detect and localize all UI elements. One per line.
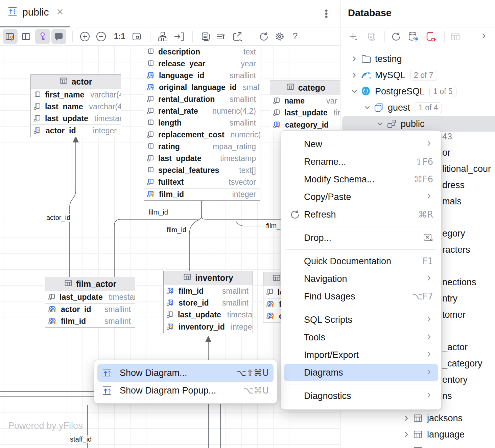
zoom-in-button[interactable] <box>77 29 92 44</box>
table-column-row[interactable]: last_namevarchar(45) <box>31 101 121 113</box>
jump-to-editor-button[interactable] <box>448 29 463 44</box>
table-column-row[interactable]: last_updatetimestamp <box>31 113 121 125</box>
diagram-settings-button[interactable] <box>272 29 287 44</box>
table-title: inventory <box>195 273 233 283</box>
col-idx-column-icon <box>273 97 281 106</box>
copy-diagram-button[interactable] <box>197 29 212 44</box>
column-name: film_id <box>179 287 204 296</box>
menu-item-modify-schema[interactable]: Modify Schema...⌘F6 <box>284 171 438 188</box>
editor-options-kebab-icon[interactable]: ••• <box>324 9 329 18</box>
export-diagram-button[interactable] <box>230 29 245 44</box>
show-ddl-button[interactable] <box>214 29 229 44</box>
table-header[interactable]: actor <box>31 75 121 89</box>
table-column-row[interactable]: category_id <box>270 119 340 131</box>
menu-item-sql-scripts[interactable]: SQL Scripts <box>284 311 438 329</box>
disconnect-button[interactable] <box>423 29 438 44</box>
table-column-row[interactable]: special_featurestext[] <box>144 164 260 176</box>
chevron-right-icon[interactable] <box>349 71 360 79</box>
menu-item-new[interactable]: New <box>284 135 438 153</box>
table-column-row[interactable]: rental_ratenumeric(4,2) <box>144 105 260 117</box>
table-column-row[interactable]: inventory_idinteger <box>164 321 253 333</box>
toggle-primary-keys-button[interactable] <box>3 29 18 44</box>
chevron-right-icon[interactable] <box>401 415 412 422</box>
table-column-row[interactable]: language_idsmallint <box>144 70 260 82</box>
table-column-row[interactable]: release_yearyear <box>144 58 260 70</box>
table-column-row[interactable]: namevar <box>270 95 340 107</box>
diagram-table-inventory[interactable]: inventoryfilm_idsmallintstore_idsmallint… <box>163 271 253 333</box>
menu-item-show-diagram[interactable]: Show Diagram...⌥⇧⌘U <box>97 364 274 382</box>
table-column-row[interactable]: last_updatetimestamp <box>144 153 260 164</box>
table-header[interactable]: inventory <box>164 271 253 285</box>
table-column-row[interactable]: last_updatetimestamp <box>45 291 135 303</box>
chevron-down-icon[interactable] <box>349 88 360 95</box>
menu-item-import-export[interactable]: Import/Export <box>284 346 438 364</box>
tree-item-mysql[interactable]: MySQL2 of 7 <box>340 67 495 83</box>
scroll-to-node-button[interactable] <box>171 29 186 44</box>
chevron-down-icon[interactable] <box>361 104 373 111</box>
refresh-button[interactable] <box>388 29 403 44</box>
column-name: last_update <box>284 108 328 117</box>
tree-item-guest[interactable]: guest1 of 4 <box>340 99 495 116</box>
diagram-table-actor[interactable]: actorfirst_namevarchar(45)last_namevarch… <box>30 74 121 137</box>
chevron-down-icon[interactable] <box>374 120 386 128</box>
zoom-out-button[interactable] <box>94 29 109 44</box>
table-column-row[interactable]: first_namevarchar(45) <box>31 89 121 101</box>
tab-close-icon[interactable]: ✕ <box>56 7 64 17</box>
apply-layout-button[interactable] <box>155 29 170 44</box>
datasource-properties-button[interactable] <box>406 29 421 44</box>
table-column-row[interactable]: actor_idinteger <box>31 125 121 137</box>
table-column-row[interactable]: last_updatetir <box>270 107 340 119</box>
tree-item-testing[interactable]: testing <box>340 51 495 67</box>
toggle-columns-button[interactable] <box>19 29 34 44</box>
panel-more-chevron-icon[interactable] <box>480 32 488 41</box>
diagram-table-film_actor[interactable]: film_actorlast_updatetimestampactor_idsm… <box>45 277 135 328</box>
menu-item-diagnostics[interactable]: Diagnostics <box>284 387 438 405</box>
tree-item-partial[interactable] <box>340 443 495 448</box>
schema-icon <box>386 118 397 129</box>
refresh-diagram-button[interactable] <box>256 29 271 44</box>
menu-item-drop[interactable]: Drop... <box>284 229 438 247</box>
tree-count-badge: 2 of 7 <box>410 70 437 81</box>
tree-item-language[interactable]: language <box>340 426 495 443</box>
tree-item-jacksons[interactable]: jacksons <box>340 410 495 426</box>
menu-item-quick-documentation[interactable]: Quick DocumentationF1 <box>284 252 438 270</box>
menu-item-refresh[interactable]: Refresh⌘R <box>284 206 438 223</box>
chevron-right-icon[interactable] <box>401 431 412 438</box>
toggle-comments-button[interactable] <box>51 29 66 44</box>
duplicate-button[interactable] <box>363 29 378 44</box>
menu-item-navigation[interactable]: Navigation <box>284 270 438 288</box>
menu-item-rename[interactable]: Rename...⇧F6 <box>284 153 438 171</box>
menu-item-tools[interactable]: Tools <box>284 329 438 346</box>
table-header[interactable]: catego <box>270 81 340 95</box>
diagram-table-catego[interactable]: categonamevarlast_updatetircategory_id <box>270 81 340 131</box>
table-column-row[interactable]: ratingmpaa_rating <box>144 141 260 153</box>
menu-item-diagrams[interactable]: Diagrams <box>284 364 438 381</box>
table-column-row[interactable]: original_language_idsmallint <box>144 82 260 93</box>
table-column-row[interactable]: rental_durationsmallint <box>144 93 260 105</box>
tree-item-public[interactable]: public <box>340 116 495 132</box>
actual-size-button[interactable]: 1:1 <box>114 32 125 41</box>
toggle-keys-button[interactable] <box>35 29 50 44</box>
table-column-row[interactable]: replacement_costnumeric(5,2) <box>144 129 260 141</box>
help-button[interactable]: ? <box>292 31 298 42</box>
menu-item-copy-paste[interactable]: Copy/Paste <box>284 188 438 206</box>
tab-public[interactable]: public ✕ <box>7 6 64 18</box>
table-column-row[interactable]: film_idsmallint <box>45 315 135 327</box>
table-column-row[interactable]: last_updatetimestamp <box>164 309 253 321</box>
table-header[interactable]: film_actor <box>45 277 135 291</box>
table-column-row[interactable]: actor_idsmallint <box>45 304 135 315</box>
table-column-row[interactable]: film_idinteger <box>144 188 260 200</box>
table-column-row[interactable]: film_idsmallint <box>164 285 253 297</box>
table-column-row[interactable]: fulltexttsvector <box>144 176 260 188</box>
add-datasource-button[interactable] <box>346 29 361 44</box>
menu-item-show-diagram-popup[interactable]: Show Diagram Popup...⌥⌘U <box>97 382 274 399</box>
database-panel-toolbar <box>340 27 495 46</box>
table-column-row[interactable]: store_idsmallint <box>164 297 253 309</box>
table-column-row[interactable]: descriptiontext <box>144 46 260 58</box>
chevron-right-icon[interactable] <box>349 55 360 63</box>
tree-item-postgresql[interactable]: PostgreSQL1 of 5 <box>340 83 495 99</box>
table-column-row[interactable]: lengthsmallint <box>144 117 260 129</box>
menu-item-find-usages[interactable]: Find Usages⌥F7 <box>284 288 438 305</box>
diagram-table-partial-1[interactable]: descriptiontextrelease_yearyearlanguage_… <box>144 46 260 201</box>
fit-content-button[interactable] <box>129 29 144 44</box>
